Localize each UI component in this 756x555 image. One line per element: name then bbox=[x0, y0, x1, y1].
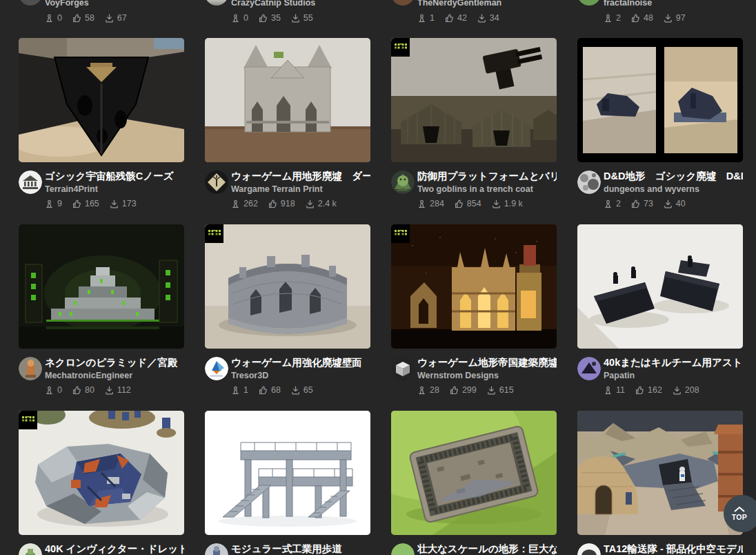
model-title[interactable]: ゴシック宇宙船残骸Cノーズ bbox=[45, 170, 184, 183]
model-thumbnail-black-barricades[interactable] bbox=[577, 224, 743, 349]
makes-count-icon bbox=[45, 14, 54, 23]
creator-avatar[interactable] bbox=[577, 0, 601, 6]
model-title[interactable]: 防御用プラットフォームとバリケ… bbox=[417, 170, 557, 183]
model-title[interactable]: ウォーゲーム用強化廃墟壁面 SF… bbox=[231, 356, 370, 369]
creator-avatar[interactable] bbox=[205, 357, 228, 380]
creator-name[interactable]: fractalnoise bbox=[604, 0, 652, 8]
likes-count-icon bbox=[450, 386, 459, 395]
creator-avatar[interactable] bbox=[577, 357, 601, 380]
model-thumbnail-necron-pyramid[interactable] bbox=[19, 224, 184, 349]
makes-count: 2 bbox=[616, 13, 621, 23]
downloads-count: 1.9 k bbox=[504, 199, 523, 208]
model-title[interactable]: TA12輸送隊 - 部品化中空モデル bbox=[604, 543, 743, 555]
creator-name[interactable]: Terrain4Print bbox=[45, 184, 184, 195]
downloads-count: 208 bbox=[685, 385, 699, 395]
downloads-count: 173 bbox=[122, 199, 137, 208]
downloads-count-icon bbox=[291, 14, 300, 23]
makes-count: 262 bbox=[243, 199, 258, 208]
model-title[interactable]: 40kまたはキルチーム用アストラ… bbox=[604, 356, 743, 369]
model-card-partial: VoyForges 0 58 67 bbox=[19, 0, 184, 21]
model-title[interactable]: 40K インヴィクター・ドレッドノ… bbox=[45, 543, 184, 555]
creator-avatar[interactable] bbox=[391, 357, 415, 380]
scroll-to-top-button[interactable]: TOP bbox=[724, 495, 756, 532]
model-thumbnail-palisade-fort[interactable] bbox=[391, 411, 557, 535]
creator-name[interactable]: MechatronicEngineer bbox=[45, 370, 184, 381]
model-thumbnail-defense-platform[interactable] bbox=[391, 38, 557, 162]
creator-name[interactable]: Wernstrom Designs bbox=[417, 370, 557, 381]
creator-name[interactable]: dungeons and wyverns bbox=[604, 184, 743, 195]
creator-avatar[interactable] bbox=[391, 171, 415, 194]
model-title[interactable]: ウォーゲーム用地形廃墟 ダーク… bbox=[231, 170, 370, 183]
model-title[interactable]: モジュラー式工業用歩道 bbox=[231, 543, 370, 555]
creator-name[interactable]: Papatin bbox=[604, 370, 743, 381]
downloads-count-icon bbox=[291, 386, 300, 395]
model-card: ウォーゲーム地形帝国建築廃墟1 Wernstrom Designs 28 299… bbox=[391, 224, 557, 393]
model-stats: 11 162 208 bbox=[604, 385, 743, 395]
model-title[interactable]: ウォーゲーム地形帝国建築廃墟1 bbox=[417, 356, 557, 369]
makes-count-icon bbox=[604, 14, 613, 23]
model-card-partial: fractalnoise 2 48 97 bbox=[577, 0, 743, 21]
model-thumbnail-imperial-ruin-night[interactable] bbox=[391, 224, 557, 349]
downloads-count-icon bbox=[664, 199, 673, 208]
model-thumbnail-gothic-ship-nose[interactable] bbox=[19, 38, 184, 162]
likes-count: 48 bbox=[644, 13, 653, 23]
model-thumbnail-dnd-gothic-ruin[interactable] bbox=[577, 38, 743, 162]
creator-name[interactable]: Wargame Terrain Print bbox=[231, 184, 370, 195]
creator-avatar[interactable] bbox=[19, 543, 42, 555]
model-grid: VoyForges 0 58 67 CrazyCatnip Studios 0 … bbox=[0, 0, 756, 555]
creator-avatar[interactable] bbox=[205, 0, 228, 6]
likes-count-icon bbox=[72, 199, 81, 208]
printables-glasses-badge-icon bbox=[391, 38, 410, 57]
model-card-partial: TheNerdyGentleman 1 42 34 bbox=[391, 0, 557, 21]
downloads-count: 40 bbox=[676, 199, 686, 208]
printables-glasses-badge-icon bbox=[391, 224, 410, 243]
downloads-count: 112 bbox=[117, 385, 131, 395]
makes-count: 11 bbox=[616, 385, 625, 395]
creator-avatar[interactable] bbox=[19, 357, 42, 380]
makes-count-icon bbox=[417, 386, 426, 395]
creator-name[interactable]: TheNerdyGentleman bbox=[417, 0, 501, 8]
likes-count-icon bbox=[72, 14, 81, 23]
model-title[interactable]: 壮大なスケールの地形：巨大なイ… bbox=[417, 543, 557, 555]
creator-name[interactable]: VoyForges bbox=[45, 0, 89, 8]
model-stats: 0 35 55 bbox=[231, 13, 313, 23]
downloads-count: 615 bbox=[499, 385, 514, 395]
likes-count: 299 bbox=[462, 385, 477, 395]
creator-name[interactable]: CrazyCatnip Studios bbox=[231, 0, 315, 8]
creator-avatar[interactable] bbox=[391, 543, 415, 555]
likes-count-icon bbox=[259, 386, 268, 395]
downloads-count-icon bbox=[477, 14, 486, 23]
creator-avatar[interactable] bbox=[205, 171, 228, 194]
makes-count-icon bbox=[417, 199, 426, 208]
model-stats: 2 73 40 bbox=[604, 199, 743, 208]
model-thumbnail-dreadnought-wreck[interactable] bbox=[19, 411, 184, 535]
creator-avatar[interactable] bbox=[577, 171, 601, 194]
model-thumbnail-curved-ruin-wall[interactable] bbox=[205, 224, 370, 349]
model-stats: 1 42 34 bbox=[417, 13, 499, 23]
creator-avatar[interactable] bbox=[19, 0, 42, 6]
model-card: D&D地形 ゴシック廃墟 D&D … dungeons and wyverns … bbox=[577, 38, 743, 207]
creator-name[interactable]: Tresor3D bbox=[231, 370, 370, 381]
model-card-partial: CrazyCatnip Studios 0 35 55 bbox=[205, 0, 370, 21]
model-stats: 1 68 65 bbox=[231, 385, 370, 395]
model-thumbnail-desert-transport[interactable] bbox=[577, 411, 743, 535]
makes-count: 0 bbox=[57, 13, 62, 23]
model-thumbnail-gray-cathedral-ruin[interactable] bbox=[205, 38, 370, 162]
likes-count-icon bbox=[635, 386, 644, 395]
creator-avatar[interactable] bbox=[391, 0, 415, 6]
model-title[interactable]: ネクロンのピラミッド／宮殿 bbox=[45, 356, 184, 369]
model-stats: 2 48 97 bbox=[604, 13, 686, 23]
likes-count: 58 bbox=[85, 13, 94, 23]
likes-count-icon bbox=[259, 14, 268, 23]
creator-avatar[interactable] bbox=[205, 543, 228, 555]
creator-avatar[interactable] bbox=[577, 543, 601, 555]
model-title[interactable]: D&D地形 ゴシック廃墟 D&D … bbox=[604, 170, 743, 183]
model-thumbnail-modular-walkway-cad[interactable] bbox=[205, 411, 370, 535]
creator-name[interactable]: Two goblins in a trench coat bbox=[417, 184, 557, 195]
downloads-count-icon bbox=[487, 386, 496, 395]
creator-avatar[interactable] bbox=[19, 171, 42, 194]
scroll-to-top-label: TOP bbox=[732, 513, 753, 521]
likes-count: 35 bbox=[271, 13, 281, 23]
downloads-count-icon bbox=[105, 14, 114, 23]
likes-count: 42 bbox=[457, 13, 467, 23]
